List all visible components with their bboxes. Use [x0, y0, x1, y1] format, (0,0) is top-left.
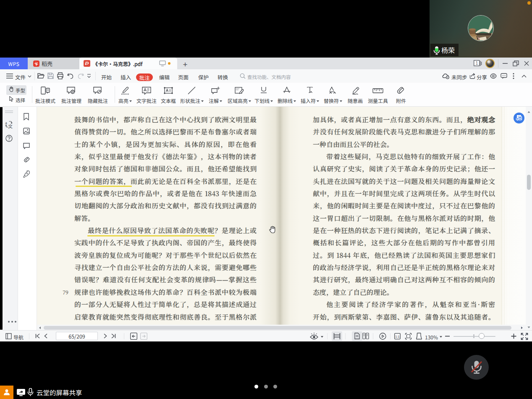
- svg-text:1:1: 1:1: [395, 335, 399, 339]
- svg-text:1: 1: [476, 61, 478, 66]
- svg-text:文: 文: [8, 123, 13, 129]
